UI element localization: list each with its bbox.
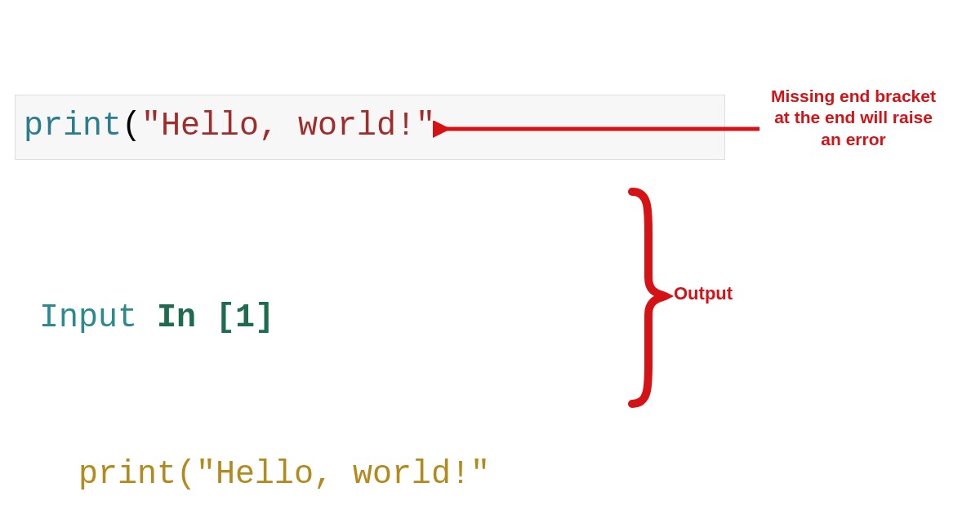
annotation-output-label: Output	[674, 283, 733, 304]
token-paren-open: (	[122, 108, 141, 144]
output-brace-icon	[621, 184, 678, 412]
output-input-line: Input In [1]	[39, 292, 686, 344]
echoed-paren: (	[176, 456, 196, 493]
annotation-arrow	[433, 121, 768, 145]
output-block: Input In [1] print("Hello, world!" ^ Syn…	[39, 188, 686, 514]
annotation-missing-bracket: Missing end bracket at the end will rais…	[768, 86, 939, 150]
output-input-label: Input	[39, 299, 157, 336]
echoed-func: print	[78, 456, 176, 493]
token-string: "Hello, world!"	[141, 108, 435, 144]
output-echoed-code: print("Hello, world!"	[39, 449, 686, 501]
output-in-keyword: In	[157, 299, 216, 336]
token-function: print	[24, 108, 122, 144]
output-bracket-number: [1]	[216, 299, 274, 336]
echoed-string: "Hello, world!"	[196, 456, 490, 493]
